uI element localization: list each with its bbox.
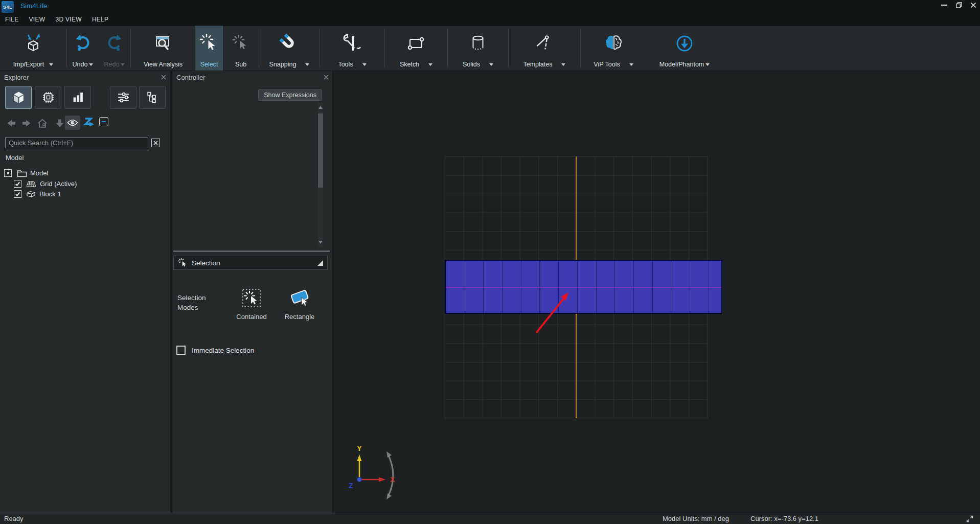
- axis-triad: Y X Z: [337, 442, 419, 509]
- check-icon: [15, 191, 20, 197]
- selection-mode-rectangle[interactable]: Rectangle: [276, 288, 323, 321]
- main-toolbar: Imp/Export Undo Redo: [0, 26, 980, 71]
- explorer-tab-properties[interactable]: [110, 86, 136, 109]
- explorer-panel: Explorer: [0, 71, 170, 513]
- close-icon: [161, 75, 166, 80]
- clear-search-button[interactable]: [151, 139, 160, 147]
- toolbar-button-solids[interactable]: Solids: [448, 26, 508, 71]
- controller-close-button[interactable]: [323, 74, 330, 81]
- axis-label-x: X: [390, 475, 395, 484]
- tree-expander[interactable]: [4, 169, 12, 177]
- menu-help[interactable]: HELP: [92, 16, 109, 23]
- title-bar: S4L Sim4Life: [0, 0, 980, 14]
- nav-home-button[interactable]: [37, 118, 48, 130]
- selection-modes-label: Selection Modes: [177, 293, 214, 312]
- scroll-up-icon[interactable]: [318, 106, 323, 109]
- nav-down-button[interactable]: [55, 118, 65, 130]
- toolbar-label: Sketch: [400, 61, 419, 68]
- toolbar-button-select[interactable]: Select: [195, 26, 223, 71]
- immediate-selection-option[interactable]: Immediate Selection: [176, 346, 254, 355]
- folder-icon: [17, 169, 27, 177]
- dropdown-arrow-icon[interactable]: [428, 63, 432, 66]
- collapse-triangle-icon[interactable]: [317, 260, 323, 266]
- tree-row-block[interactable]: Block 1: [0, 189, 170, 199]
- immediate-selection-checkbox[interactable]: [176, 346, 186, 355]
- menu-bar: FILE VIEW 3D VIEW HELP: [0, 14, 980, 26]
- dropdown-arrow-icon[interactable]: [705, 63, 710, 66]
- visibility-checkbox[interactable]: [14, 190, 21, 198]
- explorer-close-button[interactable]: [160, 74, 167, 81]
- show-expressions-button[interactable]: Show Expressions: [258, 89, 322, 101]
- select-cursor-icon: [199, 26, 219, 61]
- close-icon: [324, 75, 329, 80]
- select-cursor-icon: [178, 258, 188, 268]
- toolbar-button-templates[interactable]: Templates: [509, 26, 580, 71]
- visibility-toggle-button[interactable]: [65, 116, 80, 130]
- tree-row-model[interactable]: Model: [0, 168, 170, 178]
- minimize-icon: [941, 5, 947, 6]
- toolbar-label: Redo: [104, 61, 120, 68]
- explorer-tab-model[interactable]: [5, 86, 32, 109]
- mode-label: Rectangle: [285, 313, 315, 321]
- toolbar-button-snapping[interactable]: Snapping: [259, 26, 320, 71]
- explorer-tab-hierarchy[interactable]: [139, 86, 166, 109]
- toolbar-button-view-analysis[interactable]: View Analysis: [131, 26, 195, 71]
- toolbar-button-undo[interactable]: Undo: [67, 26, 99, 71]
- toolbar-button-vip-tools[interactable]: ViP Tools: [581, 26, 646, 71]
- dropdown-arrow-icon[interactable]: [49, 63, 53, 66]
- immediate-selection-label: Immediate Selection: [192, 347, 254, 354]
- bar-chart-icon: [71, 90, 85, 104]
- toolbar-label: Solids: [463, 61, 480, 68]
- toolbar-button-imp-export[interactable]: Imp/Export: [0, 26, 66, 71]
- scroll-down-icon[interactable]: [318, 241, 323, 244]
- close-icon: [970, 2, 976, 8]
- restore-icon: [956, 2, 962, 8]
- zoom-to-selection-button[interactable]: [83, 116, 96, 130]
- menu-file[interactable]: FILE: [5, 16, 19, 23]
- expand-arrows-icon: [966, 515, 974, 523]
- menu-view[interactable]: VIEW: [29, 16, 45, 23]
- 3d-viewport[interactable]: Y X Z: [333, 71, 980, 513]
- rectangle-mode-icon: [288, 288, 311, 308]
- restore-button[interactable]: [952, 0, 966, 10]
- status-model-units: Model Units: mm / deg: [663, 515, 729, 522]
- toolbar-label: Undo: [73, 61, 88, 68]
- axis-label-y: Y: [357, 444, 362, 452]
- selection-mode-contained[interactable]: Contained: [230, 288, 274, 321]
- controller-scrollbar-thumb[interactable]: [318, 113, 323, 188]
- expand-viewport-button[interactable]: [966, 515, 974, 524]
- explorer-tab-analysis[interactable]: [64, 86, 91, 109]
- tools-icon: [341, 26, 363, 61]
- window-magnifier-icon: [153, 26, 173, 61]
- nav-back-button[interactable]: [6, 118, 17, 130]
- dropdown-arrow-icon[interactable]: [489, 63, 493, 66]
- section-divider: [173, 250, 330, 252]
- dropdown-arrow-icon[interactable]: [362, 63, 367, 66]
- toolbar-button-tools[interactable]: Tools: [320, 26, 384, 71]
- menu-3d-view[interactable]: 3D VIEW: [55, 16, 81, 23]
- explorer-tab-simulations[interactable]: [35, 86, 61, 109]
- dropdown-arrow-icon[interactable]: [89, 63, 93, 66]
- nav-forward-button[interactable]: [21, 118, 32, 130]
- block-1-shape: [445, 260, 722, 314]
- toolbar-button-sub[interactable]: Sub: [223, 26, 259, 71]
- quick-search-input[interactable]: [5, 138, 148, 148]
- visibility-checkbox[interactable]: [14, 180, 21, 188]
- explorer-panel-title: Explorer: [4, 74, 29, 81]
- dropdown-arrow-icon[interactable]: [305, 63, 309, 66]
- minimize-button[interactable]: [937, 0, 951, 10]
- check-icon: [15, 181, 20, 187]
- toolbar-button-sketch[interactable]: Sketch: [385, 26, 447, 71]
- collapse-all-button[interactable]: [99, 117, 108, 126]
- dropdown-arrow-icon[interactable]: [629, 63, 633, 66]
- down-arrow-icon: [55, 118, 65, 129]
- toolbar-button-model-phantom[interactable]: Model/Phantom: [646, 26, 723, 71]
- status-cursor-position: Cursor: x=-73.6 y=12.1: [750, 515, 818, 522]
- toolbar-button-redo[interactable]: Redo: [99, 26, 130, 71]
- chip-icon: [41, 90, 55, 104]
- controller-panel-title: Controller: [176, 74, 205, 81]
- tree-row-grid[interactable]: Grid (Active): [0, 179, 170, 189]
- close-button[interactable]: [966, 0, 980, 10]
- selection-section-header[interactable]: Selection: [173, 256, 328, 270]
- dropdown-arrow-icon[interactable]: [561, 63, 565, 66]
